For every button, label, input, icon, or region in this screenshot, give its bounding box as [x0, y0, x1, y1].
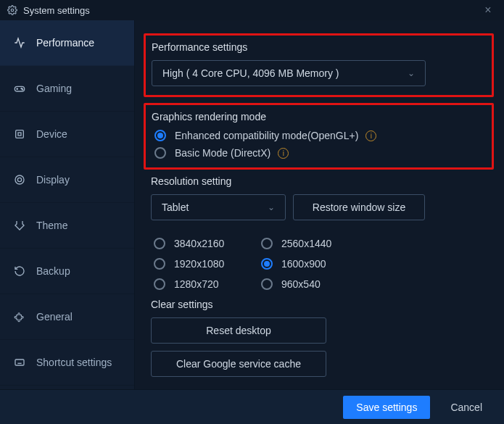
highlight-graphics: Graphics rendering mode Enhanced compati…	[144, 103, 494, 170]
radio-icon	[154, 258, 165, 270]
radio-icon	[154, 278, 165, 290]
resolution-option[interactable]: 1280x720	[154, 278, 261, 290]
resolution-label: 3840x2160	[174, 238, 224, 249]
svg-point-9	[17, 178, 21, 181]
chevron-down-icon: ⌄	[408, 68, 415, 78]
graphics-option-label: Basic Mode (DirectX)	[175, 147, 270, 159]
sidebar-item-label: Performance	[36, 37, 94, 49]
keyboard-icon	[12, 357, 28, 368]
window-title: System settings	[23, 5, 90, 16]
display-icon	[12, 174, 28, 186]
sidebar-item-label: Theme	[36, 220, 68, 231]
resolution-selected: Tablet	[162, 201, 189, 213]
sidebar-item-display[interactable]: Display	[0, 157, 134, 203]
svg-rect-10	[15, 359, 24, 365]
sidebar-item-label: Shortcut settings	[36, 357, 112, 368]
graphics-option-opengl[interactable]: Enhanced compatibility mode(OpenGL+) i	[154, 130, 486, 141]
button-label: Reset desktop	[206, 325, 271, 336]
resolution-label: 1600x900	[281, 258, 326, 270]
sidebar-item-device[interactable]: Device	[0, 112, 134, 157]
button-label: Clear Google service cache	[176, 358, 301, 370]
radio-icon	[154, 147, 166, 159]
svg-point-0	[11, 9, 14, 12]
restore-window-button[interactable]: Restore window size	[293, 194, 425, 220]
content-pane: Performance settings High ( 4 Core CPU, …	[135, 20, 504, 389]
sidebar-item-label: Gaming	[36, 83, 72, 94]
resolution-option[interactable]: 2560x1440	[261, 238, 368, 249]
device-icon	[12, 128, 28, 140]
info-icon[interactable]: i	[365, 130, 376, 141]
sidebar-item-label: Display	[36, 174, 70, 186]
highlight-performance: Performance settings High ( 4 Core CPU, …	[144, 33, 494, 97]
performance-selected: High ( 4 Core CPU, 4096 MB Memory )	[162, 67, 339, 79]
sidebar-item-label: General	[36, 311, 73, 323]
title-bar: System settings ×	[0, 0, 504, 20]
sidebar-item-gaming[interactable]: Gaming	[0, 66, 134, 112]
theme-icon	[12, 220, 28, 231]
radio-icon	[261, 258, 273, 270]
sidebar-item-performance[interactable]: Performance	[0, 20, 134, 66]
resolution-option[interactable]: 3840x2160	[154, 238, 261, 249]
footer: Save settings Cancel	[0, 389, 504, 424]
sidebar-item-backup[interactable]: Backup	[0, 249, 134, 294]
radio-icon	[261, 278, 273, 290]
clear-cache-button[interactable]: Clear Google service cache	[151, 351, 326, 377]
radio-icon	[154, 130, 166, 141]
button-label: Restore window size	[313, 201, 405, 213]
sidebar-item-theme[interactable]: Theme	[0, 203, 134, 249]
close-icon[interactable]: ×	[479, 4, 497, 17]
sidebar-item-label: Device	[36, 128, 67, 140]
graphics-title: Graphics rendering mode	[152, 111, 486, 122]
sidebar-item-general[interactable]: General	[0, 294, 134, 340]
graphics-option-label: Enhanced compatibility mode(OpenGL+)	[175, 130, 358, 141]
reset-desktop-button[interactable]: Reset desktop	[151, 317, 326, 344]
puzzle-icon	[12, 311, 28, 323]
resolution-option[interactable]: 1920x1080	[154, 258, 261, 270]
button-label: Save settings	[356, 402, 417, 413]
radio-icon	[154, 238, 165, 249]
resolution-option[interactable]: 960x540	[261, 278, 368, 290]
svg-rect-7	[18, 133, 21, 136]
resolution-label: 2560x1440	[281, 238, 331, 249]
sidebar-item-shortcut[interactable]: Shortcut settings	[0, 340, 134, 386]
gamepad-icon	[12, 83, 28, 94]
gear-icon	[7, 5, 17, 15]
sidebar: Performance Gaming Device Display Theme …	[0, 20, 135, 389]
performance-select[interactable]: High ( 4 Core CPU, 4096 MB Memory ) ⌄	[152, 60, 426, 86]
resolution-label: 1920x1080	[174, 258, 224, 270]
svg-point-8	[15, 175, 24, 184]
svg-rect-6	[16, 130, 24, 138]
resolution-label: 1280x720	[174, 278, 219, 290]
backup-icon	[12, 265, 28, 277]
svg-point-5	[22, 89, 22, 90]
resolution-title: Resolution setting	[151, 175, 487, 187]
info-icon[interactable]: i	[278, 148, 289, 159]
graphics-option-directx[interactable]: Basic Mode (DirectX) i	[154, 147, 486, 159]
sidebar-item-label: Backup	[36, 265, 70, 277]
chevron-down-icon: ⌄	[268, 202, 275, 212]
resolution-label: 960x540	[281, 278, 321, 290]
save-button[interactable]: Save settings	[343, 396, 430, 419]
radio-icon	[261, 238, 273, 249]
activity-icon	[12, 37, 28, 49]
clear-title: Clear settings	[151, 299, 487, 310]
cancel-button[interactable]: Cancel	[439, 396, 494, 419]
resolution-select[interactable]: Tablet ⌄	[151, 194, 286, 220]
resolution-option[interactable]: 1600x900	[261, 258, 368, 270]
performance-title: Performance settings	[152, 41, 486, 53]
button-label: Cancel	[450, 402, 482, 413]
